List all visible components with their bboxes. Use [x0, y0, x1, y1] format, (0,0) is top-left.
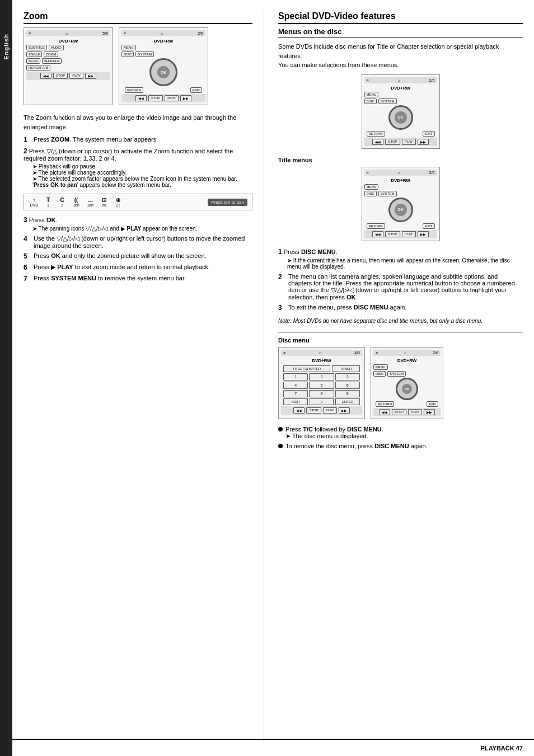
shuffle-btn: SHUFFLE [42, 58, 62, 64]
title-menus-heading: Title menus [278, 157, 523, 163]
step-1: 1 Press ZOOM. The system menu bar appear… [24, 136, 252, 144]
press-ok-label: Press OK to pan [208, 199, 247, 206]
play-btn-1: PLAY [69, 73, 83, 79]
device-bottom-2: ◀◀ STOP PLAY ▶▶ [121, 94, 205, 102]
subtitle-btn: SUBTITLE [26, 45, 47, 50]
title-menus-device-img: ≡ ⌂ 2/6 DVD+RW MENU DISC SYSTEM OK [278, 167, 523, 241]
zoom-btn: ZOOM [44, 51, 58, 57]
footer: PLAYBACK 47 [12, 739, 534, 756]
zoom-intro: The Zoom function allows you to enlarge … [24, 113, 252, 132]
ok-btn: OK [157, 66, 170, 78]
step-2: 2 Press ▽/△ (down or up cursor) to activ… [24, 147, 252, 188]
side-tab: English [0, 0, 12, 756]
menus-intro: Some DVDs include disc menus for Title o… [278, 42, 523, 70]
device-mock-1: ≡ ⌂ 5/6 DVD+RW SUBTITLE AUDIO ANGLE ZOOM [24, 27, 113, 105]
system-btn: SYSTEM [135, 51, 154, 57]
step-7: 7 Press SYSTEM MENU to remove the system… [24, 275, 252, 283]
title-step-2: 2 The menu can list camera angles, spoke… [278, 273, 523, 300]
title-step-1: 1 Press DISC MENU. ➤ If the current titl… [278, 248, 523, 270]
repeat-btn: REPEAT A-B [26, 65, 50, 71]
disc-bullet-2: To remove the disc menu, press DISC MENU… [278, 443, 523, 449]
step-4: 4 Use the ▽/△/▷/◁ (down or up/right or l… [24, 235, 252, 249]
return-btn: RETURN [125, 87, 143, 93]
step-5: 5 Press OK and only the zoomed picture w… [24, 252, 252, 260]
exit-btn: EXIT [190, 87, 202, 93]
zoom-steps: 1 Press ZOOM. The system menu bar appear… [24, 136, 252, 188]
play-btn-2: PLAY [165, 95, 179, 101]
step-6: 6 Press ▶ PLAY to exit zoom mode and ret… [24, 264, 252, 271]
zoom-title: Zoom [24, 11, 252, 24]
disc-menu-devices: ≡ ⌂ 4/6 DVD+RW TITLE / CHAPTER TUNER 1 2… [278, 347, 523, 419]
right-column: Special DVD-Video features Menus on the … [264, 11, 523, 745]
ok-ring: OK [149, 58, 177, 86]
disc-nav-device-img: ≡ ⌂ 2/6 DVD+RW MENU DISC SYSTEM OK [278, 74, 523, 149]
step-3: 3 Press OK. ➤ The panning icons ▽/△/▷/◁ … [24, 216, 252, 232]
stop-btn-2: STOP [148, 95, 163, 101]
disc-bullet-1: Press T/C followed by DISC MENU. ➤ The d… [278, 426, 523, 440]
device-brand-1: DVD+RW [26, 37, 110, 45]
device-sys-buttons: SUBTITLE AUDIO [26, 45, 110, 50]
device-top-bar-2: ≡ ⌂ 2/6 [121, 30, 205, 36]
footer-right: PLAYBACK 47 [481, 745, 523, 752]
side-tab-label: English [3, 34, 10, 60]
section-divider [278, 332, 523, 332]
menu-btn: MENU [121, 45, 136, 50]
title-menu-steps: 1 Press DISC MENU. ➤ If the current titl… [278, 248, 523, 312]
menus-on-disc-title: Menus on the disc [278, 27, 523, 37]
title-step-3: 3 To exit the menu, press DISC MENU agai… [278, 304, 523, 312]
zoom-bar: ↑ DVD T 1 C 2 (( 1en … 1en [24, 194, 252, 210]
zoom-steps-continued: 3 Press OK. ➤ The panning icons ▽/△/▷/◁ … [24, 216, 252, 283]
angle-btn: ANGLE [26, 51, 42, 57]
left-column: Zoom ≡ ⌂ 5/6 DVD+RW SUBTITLE AUDIO [24, 11, 264, 745]
audio-btn: AUDIO [49, 45, 64, 50]
disc-btn: DISC [121, 51, 134, 57]
device-top-bar-1: ≡ ⌂ 5/6 [26, 30, 110, 36]
zoom-device-images: ≡ ⌂ 5/6 DVD+RW SUBTITLE AUDIO ANGLE ZOOM [24, 27, 252, 105]
disc-note: Note: Most DVDs do not have separate dis… [278, 317, 523, 325]
stop-btn-1: STOP [53, 73, 68, 79]
device-mock-2: ≡ ⌂ 2/6 DVD+RW MENU DISC SYSTEM OK [119, 27, 208, 105]
disc-menu-heading: Disc menu [278, 337, 523, 344]
scan-btn: SCAN [26, 58, 40, 64]
device-bottom-1: ◀◀ STOP PLAY ▶▶ [26, 72, 110, 80]
disc-menu-bullets: Press T/C followed by DISC MENU. ➤ The d… [278, 426, 523, 449]
device-brand-2: DVD+RW [121, 37, 205, 45]
special-features-title: Special DVD-Video features [278, 11, 523, 24]
